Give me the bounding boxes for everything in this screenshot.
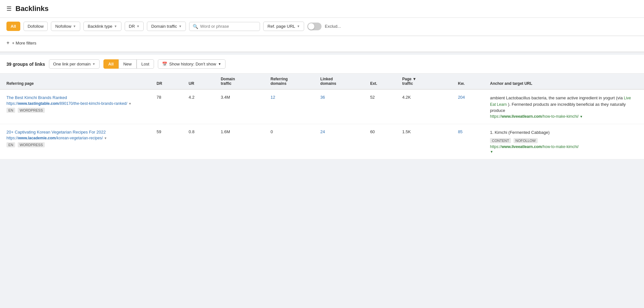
referring-domains-cell-2: 0 [271,129,318,134]
chevron-down-icon: ▼ [114,25,117,28]
linked-domains-cell-2[interactable]: 24 [320,129,368,134]
anchor-url-cell-1: ambient Lactobacillus bacteria, the same… [490,95,638,119]
kw-cell-1[interactable]: 204 [458,95,487,100]
tags-row-2: EN WORDPRESS [6,141,154,147]
filter-ref-page-url-button[interactable]: Ref. page URL ▼ [263,22,304,31]
filter-all-button[interactable]: All [6,22,20,31]
more-filters-button[interactable]: + + More filters [6,38,638,48]
platform-tag-2: WORDPRESS [18,142,45,147]
lang-tag-2: EN [6,142,15,147]
referring-page-url-1: https://www.tastingtable.com/890170/the-… [6,101,154,106]
exclude-label: Exclud... [325,24,341,29]
referring-page-url-2: https://www.lacademie.com/korean-vegetar… [6,136,154,140]
col-kw: Kw. [458,81,487,86]
anchor-item-link-2[interactable]: 1. Kimchi (Fermented Cabbage) [490,129,638,136]
ext-cell-2: 60 [370,129,400,134]
anchor-url-cell-2: 1. Kimchi (Fermented Cabbage) CONTENT NO… [490,129,638,154]
referring-page-link-1[interactable]: The Best Kimchi Brands Ranked [6,95,154,101]
chevron-down-icon: ▼ [92,62,95,66]
menu-icon[interactable]: ☰ [6,5,12,12]
exclude-toggle[interactable] [307,23,322,30]
search-box: 🔍 [189,22,260,31]
referring-page-cell-2: 20+ Captivating Korean Vegetarian Recipe… [6,129,154,147]
filters-bar: All Dofollow Nofollow ▼ Backlink type ▼ … [0,18,644,36]
filter-nofollow-button[interactable]: Nofollow ▼ [51,22,80,31]
groups-label: 39 groups of links [6,62,45,67]
kw-cell-2[interactable]: 85 [458,129,487,134]
platform-tag-1: WORDPRESS [18,108,45,113]
dr-cell-2: 59 [157,129,186,134]
nofollow-tag-2: NOFOLLOW [514,138,538,143]
ext-cell-1: 52 [370,95,400,100]
header: ☰ Backlinks [0,0,644,18]
search-input[interactable] [200,24,256,29]
chevron-down-icon: ▼ [73,25,76,28]
page-traffic-cell-1: 4.2K [402,95,456,100]
table-header: Referring page DR UR Domaintraffic Refer… [0,74,644,90]
filter-domain-traffic-button[interactable]: Domain traffic ▼ [147,22,186,31]
filter-backlink-type-button[interactable]: Backlink type ▼ [83,22,121,31]
per-domain-dropdown[interactable]: One link per domain ▼ [49,59,100,69]
filter-dr-button[interactable]: DR ▼ [125,22,144,31]
referring-page-cell-1: The Best Kimchi Brands Ranked https://ww… [6,95,154,113]
referring-page-link-2[interactable]: 20+ Captivating Korean Vegetarian Recipe… [6,129,154,135]
content-tag-2: CONTENT [490,138,511,143]
calendar-icon: 📅 [162,62,167,66]
col-referring-domains: Referringdomains [271,77,318,86]
col-dr: DR [157,81,186,86]
dr-cell-1: 78 [157,95,186,100]
filter-dofollow-button[interactable]: Dofollow [24,22,48,31]
target-url-link-2[interactable]: https://www.liveeatlearn.com/how-to-make… [490,144,638,149]
chevron-down-icon: ▼ [178,25,182,28]
col-anchor-url: Anchor and target URL [490,81,638,86]
table-body: The Best Kimchi Brands Ranked https://ww… [0,90,644,159]
lang-tag-1: EN [6,108,15,113]
all-links-button[interactable]: All [103,59,119,69]
table-row: 20+ Captivating Korean Vegetarian Recipe… [0,124,644,160]
target-url-link-1[interactable]: https://www.liveeatlearn.com/how-to-make… [490,114,580,119]
page-title: Backlinks [15,5,49,13]
col-ext: Ext. [370,81,400,86]
anchor-tags-2: CONTENT NOFOLLOW [490,137,638,143]
page-traffic-cell-2: 1.5K [402,129,456,134]
ur-cell-1: 4.2 [189,95,218,100]
new-links-button[interactable]: New [119,59,137,69]
col-ur: UR [189,81,218,86]
col-referring-page: Referring page [6,81,154,86]
plus-icon: + [6,40,9,46]
search-icon: 🔍 [193,24,198,29]
col-domain-traffic: Domaintraffic [221,77,268,86]
more-filters-row: + + More filters [0,36,644,52]
link-status-group: All New Lost [103,59,154,69]
chevron-down-icon[interactable]: ▼ [128,102,131,105]
tags-row-1: EN WORDPRESS [6,106,154,113]
referring-domains-cell-1[interactable]: 12 [271,95,318,100]
chevron-down-icon: ▼ [218,62,221,66]
chevron-down-icon[interactable]: ▼ [580,115,583,118]
show-history-button[interactable]: 📅 Show history: Don't show ▼ [158,59,225,69]
linked-domains-cell-1[interactable]: 36 [320,95,368,100]
table-row: The Best Kimchi Brands Ranked https://ww… [0,90,644,124]
domain-traffic-cell-2: 1.6M [221,129,268,134]
chevron-down-icon: ▼ [297,25,300,28]
col-linked-domains: Linkeddomains [320,77,368,86]
chevron-down-icon[interactable]: ▼ [490,150,493,154]
col-page-traffic[interactable]: Page ▼traffic [402,77,456,86]
domain-traffic-cell-1: 3.4M [221,95,268,100]
ur-cell-2: 0.8 [189,129,218,134]
chevron-down-icon: ▼ [137,25,140,28]
table-controls: 39 groups of links One link per domain ▼… [0,55,644,74]
chevron-down-icon[interactable]: ▼ [104,136,107,140]
lost-links-button[interactable]: Lost [137,59,154,69]
